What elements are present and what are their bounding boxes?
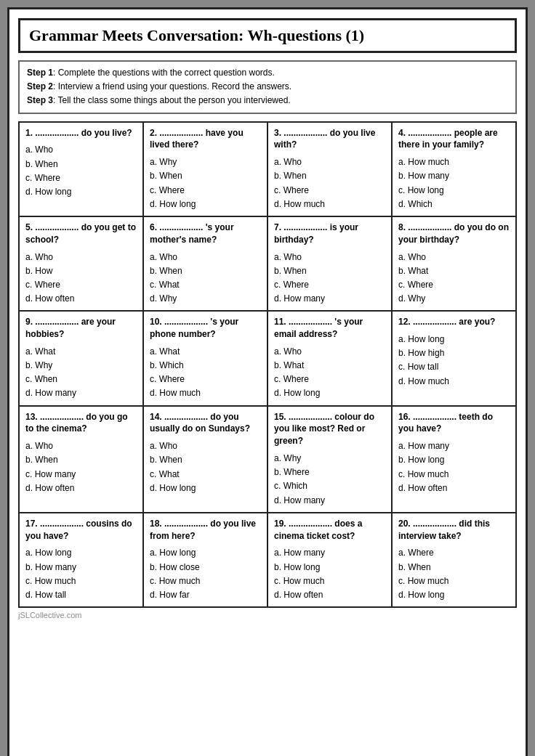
question-text-9: 9. .................. are your hobbies? — [25, 316, 137, 341]
option-line: a. How long — [150, 546, 261, 560]
option-line: a. Who — [398, 251, 510, 264]
option-line: a. Who — [274, 251, 385, 264]
question-cell-14: 14. .................. do you usually do… — [144, 407, 268, 513]
option-line: a. What — [25, 345, 137, 359]
instruction-line: Step 1: Complete the questions with the … — [27, 66, 508, 80]
option-line: a. Who — [150, 439, 261, 453]
questions-grid: 1. .................. do you live?a. Who… — [18, 121, 517, 609]
option-line: c. Where — [398, 278, 510, 292]
option-line: c. Which — [274, 479, 385, 493]
options-4: a. How muchb. How manyc. How longd. Whic… — [398, 155, 510, 211]
option-line: a. Who — [25, 251, 137, 264]
option-line: c. When — [25, 373, 137, 386]
option-line: d. How tall — [25, 588, 137, 602]
question-text-4: 4. .................. people are there i… — [398, 127, 510, 152]
option-line: a. Who — [25, 143, 137, 157]
option-line: b. When — [25, 453, 137, 467]
options-8: a. Whob. Whatc. Whered. Why — [398, 251, 510, 306]
question-text-12: 12. .................. are you? — [398, 316, 510, 328]
option-line: b. When — [150, 264, 261, 278]
option-line: b. What — [274, 359, 385, 373]
page: Grammar Meets Conversation: Wh-questions… — [7, 7, 528, 756]
option-line: a. How long — [398, 333, 510, 346]
options-12: a. How longb. How highc. How talld. How … — [398, 333, 510, 389]
option-line: c. How tall — [398, 360, 510, 374]
option-line: c. Where — [25, 171, 137, 185]
option-line: a. Why — [274, 452, 385, 466]
instruction-line: Step 3: Tell the class some things about… — [27, 94, 508, 107]
question-cell-9: 9. .................. are your hobbies?a… — [20, 312, 144, 406]
options-17: a. How longb. How manyc. How muchd. How … — [25, 546, 137, 602]
question-text-19: 19. .................. does a cinema tic… — [274, 518, 385, 542]
option-line: a. Who — [150, 251, 261, 264]
question-text-10: 10. .................. 's your phone num… — [150, 316, 261, 341]
option-line: b. How many — [25, 561, 137, 574]
question-cell-4: 4. .................. people are there i… — [393, 123, 517, 217]
option-line: d. How much — [398, 375, 510, 389]
option-line: b. How high — [398, 346, 510, 360]
question-cell-17: 17. .................. cousins do you ha… — [20, 513, 144, 608]
options-2: a. Whyb. Whenc. Whered. How long — [150, 155, 261, 211]
question-text-15: 15. .................. colour do you lik… — [274, 411, 385, 447]
question-text-8: 8. .................. do you do on your … — [398, 221, 510, 246]
option-line: c. Where — [274, 184, 385, 198]
step-label: Step 2 — [27, 81, 53, 92]
option-line: d. How often — [25, 481, 137, 495]
option-line: c. Where — [274, 373, 385, 386]
option-line: a. Where — [398, 546, 510, 560]
option-line: c. How much — [25, 574, 137, 588]
question-cell-13: 13. .................. do you go to the … — [20, 407, 144, 513]
options-9: a. Whatb. Whyc. Whend. How many — [25, 345, 137, 401]
step-label: Step 3 — [27, 95, 53, 105]
question-cell-7: 7. .................. is your birthday?a… — [268, 217, 393, 312]
question-text-7: 7. .................. is your birthday? — [274, 221, 385, 246]
option-line: a. Why — [150, 155, 261, 169]
step-label: Step 1 — [27, 68, 53, 78]
option-line: b. How many — [398, 169, 510, 183]
options-13: a. Whob. Whenc. How manyd. How often — [25, 439, 137, 495]
question-cell-20: 20. .................. did this intervie… — [393, 513, 517, 608]
instruction-line: Step 2: Interview a friend using your qu… — [27, 80, 508, 94]
option-line: d. How often — [25, 292, 137, 306]
option-line: d. Why — [398, 292, 510, 306]
option-line: b. When — [274, 264, 385, 278]
question-cell-11: 11. .................. 's your email add… — [268, 312, 393, 406]
option-line: b. How long — [398, 453, 510, 467]
question-text-20: 20. .................. did this intervie… — [398, 518, 510, 542]
option-line: b. When — [274, 169, 385, 183]
title-box: Grammar Meets Conversation: Wh-questions… — [18, 18, 517, 53]
question-text-11: 11. .................. 's your email add… — [274, 316, 385, 341]
option-line: d. How much — [274, 198, 385, 211]
question-cell-10: 10. .................. 's your phone num… — [144, 312, 268, 406]
page-title: Grammar Meets Conversation: Wh-questions… — [29, 26, 506, 45]
watermark: jSLCollective.com — [18, 611, 517, 619]
options-20: a. Whereb. Whenc. How muchd. How long — [398, 546, 510, 602]
option-line: c. How much — [274, 574, 385, 588]
option-line: d. How far — [150, 588, 261, 602]
question-cell-6: 6. .................. 's your mother's n… — [144, 217, 268, 312]
option-line: d. How much — [150, 386, 261, 400]
option-line: b. How long — [274, 561, 385, 574]
option-line: d. How many — [274, 292, 385, 306]
question-text-14: 14. .................. do you usually do… — [150, 411, 261, 436]
options-10: a. Whatb. Whichc. Whered. How much — [150, 345, 261, 401]
question-text-18: 18. .................. do you live from … — [150, 518, 261, 542]
option-line: c. Where — [150, 373, 261, 386]
option-line: d. How many — [25, 386, 137, 400]
option-line: b. When — [398, 561, 510, 574]
option-line: a. Who — [274, 155, 385, 169]
option-line: c. What — [150, 278, 261, 292]
options-18: a. How longb. How closec. How muchd. How… — [150, 546, 261, 602]
option-line: d. How long — [274, 386, 385, 400]
options-19: a. How manyb. How longc. How muchd. How … — [274, 546, 385, 602]
question-cell-12: 12. .................. are you?a. How lo… — [393, 312, 517, 406]
option-line: a. How many — [274, 546, 385, 560]
option-line: c. How much — [398, 574, 510, 588]
option-line: d. Which — [398, 198, 510, 211]
option-line: a. Who — [25, 439, 137, 453]
option-line: b. What — [398, 264, 510, 278]
option-line: c. How much — [150, 574, 261, 588]
option-line: b. Why — [25, 359, 137, 373]
question-text-13: 13. .................. do you go to the … — [25, 411, 137, 436]
option-line: a. How long — [25, 546, 137, 560]
